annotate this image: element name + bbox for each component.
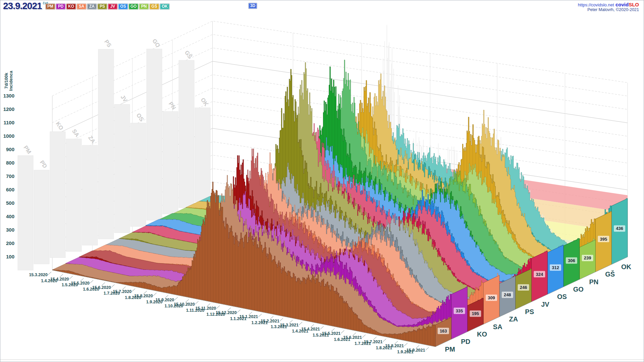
- date-tick: [69, 276, 73, 279]
- date-tick-label: 15.1.2021: [239, 314, 258, 319]
- current-date: 23.9.2021čet: [3, 1, 48, 11]
- gridline-1300: [52, 21, 628, 96]
- y-tick-label: 700: [6, 173, 14, 179]
- date-tick: [383, 339, 386, 342]
- legend-button-PN[interactable]: PN: [139, 4, 149, 9]
- y-tick-label: 100: [6, 254, 14, 259]
- wall-peak-label-PS: PS: [103, 39, 113, 48]
- region-end-label-PD: PD: [461, 338, 470, 345]
- wall-peak-label-JV: JV: [119, 94, 129, 103]
- region-end-label-JV: JV: [541, 301, 549, 308]
- value-label-SA: 309: [488, 295, 495, 300]
- date-tick-label: 15.5.2020: [71, 281, 90, 286]
- date-tick: [174, 297, 178, 300]
- legend-button-OS[interactable]: OS: [118, 4, 128, 9]
- date-tick-label: 15.7.2021: [364, 340, 383, 344]
- region-end-label-GŠ: GŠ: [605, 270, 615, 278]
- wall-peak-bar-ZA: [82, 145, 98, 245]
- date-tick-label: 15.8.2021: [385, 344, 404, 348]
- wall-peak-label-GO: GO: [151, 38, 161, 49]
- date-tick: [404, 343, 408, 346]
- date-tick-label: 15.8.2020: [134, 294, 153, 298]
- legend-button-PM[interactable]: PM: [46, 4, 55, 9]
- date-tick: [425, 347, 429, 350]
- date-tick: [111, 285, 115, 288]
- date-tick: [153, 293, 157, 296]
- date-tick-label: 15.12.2020: [216, 310, 237, 315]
- region-end-label-SA: SA: [493, 323, 502, 330]
- value-label-GO: 306: [568, 258, 575, 263]
- wall-peak-bar-JV: [114, 104, 130, 233]
- y-tick-label: 500: [6, 200, 14, 206]
- value-label-PM: 163: [440, 328, 447, 334]
- region-end-label-GO: GO: [573, 286, 584, 293]
- wall-peak-bar-OS: [130, 123, 146, 227]
- value-label-OK: 436: [616, 226, 623, 231]
- mode-3d-button[interactable]: 3D: [249, 3, 257, 9]
- legend-button-OK[interactable]: OK: [160, 4, 169, 9]
- legend-button-PS[interactable]: PS: [98, 4, 107, 9]
- wall-peak-bar-GO: [147, 49, 162, 220]
- wall-peak-bar-PN: [163, 112, 178, 214]
- wall-peak-label-GŠ: GŠ: [183, 49, 194, 60]
- y-tick-label: 800: [6, 160, 14, 166]
- legend-button-GO[interactable]: GO: [129, 4, 138, 9]
- wall-peak-label-PN: PN: [167, 101, 177, 111]
- y-tick-label: 900: [6, 146, 14, 152]
- date-tick: [362, 335, 366, 338]
- date-tick-label: 15.9.2020: [156, 298, 174, 302]
- y-axis-title-line2: Incidenca: [8, 70, 13, 91]
- site-url-link[interactable]: https://covidslo.net: [578, 2, 614, 7]
- incidence-3d-chart[interactable]: 1002003004005006007008009001000110012001…: [0, 0, 644, 362]
- value-label-PD: 335: [456, 308, 463, 313]
- region-end-label-OK: OK: [621, 263, 632, 270]
- date-tick: [280, 318, 283, 321]
- legend-button-KO[interactable]: KO: [66, 4, 76, 9]
- wall-peak-label-PD: PD: [39, 159, 48, 169]
- legend-button-SA[interactable]: SA: [77, 4, 86, 9]
- author-credit: Peter Malovrh, ©2020-2021: [578, 7, 639, 12]
- date-value: 23.9.2021: [3, 1, 42, 11]
- legend-button-GŠ[interactable]: GŠ: [150, 4, 159, 9]
- value-label-PS: 246: [520, 285, 527, 290]
- date-tick: [258, 314, 262, 317]
- y-tick-label: 1000: [3, 133, 14, 139]
- wall-peak-label-SA: SA: [71, 128, 80, 138]
- date-tick: [90, 280, 93, 283]
- date-tick-label: 15.6.2021: [343, 335, 362, 340]
- date-tick: [48, 272, 51, 275]
- value-label-JV: 324: [536, 272, 543, 277]
- date-tick-label: 15.11.2020: [195, 306, 216, 311]
- wall-peak-label-OK: OK: [199, 97, 210, 107]
- y-tick-label: 1200: [3, 106, 14, 112]
- legend-button-PD[interactable]: PD: [56, 4, 65, 9]
- legend-button-JV[interactable]: JV: [108, 4, 117, 9]
- wall-peak-bar-PD: [34, 170, 49, 264]
- date-tick-label: 15.3.2021: [280, 323, 299, 327]
- date-tick-label: 15.6.2020: [92, 285, 111, 290]
- date-tick-label: 15.4.2020: [50, 277, 69, 282]
- wall-peak-label-OS: OS: [135, 112, 145, 122]
- date-tick: [299, 322, 302, 325]
- brand-covid: covid: [615, 2, 629, 7]
- region-end-label-KO: KO: [477, 330, 487, 338]
- site-links: https://covidslo.net covidSLO Peter Malo…: [578, 2, 639, 12]
- value-label-PN: 239: [584, 255, 591, 260]
- wall-peak-label-KO: KO: [54, 121, 64, 131]
- legend-button-ZA[interactable]: ZA: [87, 4, 97, 9]
- wall-peak-bar-PS: [98, 49, 114, 239]
- y-tick-label: 600: [6, 187, 14, 192]
- brand-slo: SLO: [629, 2, 639, 7]
- date-tick: [237, 310, 240, 313]
- date-tick-label: 15.10.2020: [174, 302, 195, 307]
- value-label-GŠ: 395: [600, 237, 607, 242]
- date-tick-label: 15.7.2020: [113, 289, 131, 294]
- date-tick: [132, 289, 135, 292]
- region-legend: PMPDKOSAZAPSJVOSGOPNGŠOK: [46, 3, 170, 9]
- y-tick-label: 400: [6, 214, 14, 219]
- wall-peak-bar-SA: [66, 139, 82, 251]
- y-axis-title-line1: 7d/100k: [4, 72, 9, 88]
- y-tick-label: 1300: [3, 93, 14, 99]
- header-bar: 23.9.2021čet PMPDKOSAZAPSJVOSGOPNGŠOK 3D…: [0, 0, 644, 12]
- y-tick-label: 200: [6, 240, 14, 246]
